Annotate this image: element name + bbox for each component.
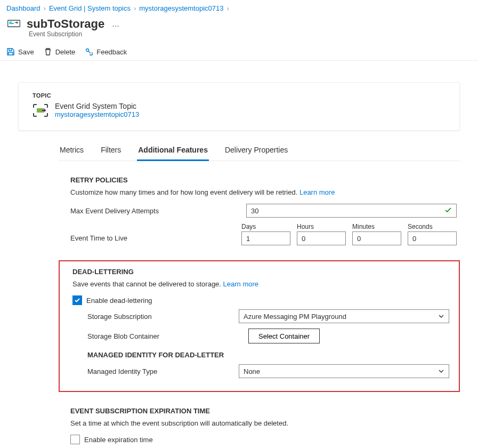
title-block: subToStorage <box>27 17 104 31</box>
ttl-label: Event Time to Live <box>70 234 241 245</box>
expiration-section: EVENT SUBSCRIPTION EXPIRATION TIME Set a… <box>59 407 460 444</box>
managed-identity-label: Managed Identity Type <box>87 367 239 375</box>
topic-icon <box>33 103 48 117</box>
breadcrumb-link-dashboard[interactable]: Dashboard <box>6 4 40 12</box>
ttl-seconds-label: Seconds <box>408 223 457 230</box>
tab-metrics[interactable]: Metrics <box>59 140 85 161</box>
ttl-days-input[interactable] <box>241 231 290 245</box>
max-attempts-label: Max Event Delivery Attempts <box>70 207 246 215</box>
feedback-label: Feedback <box>96 48 127 56</box>
check-icon <box>444 206 452 214</box>
chevron-down-icon <box>438 368 444 374</box>
breadcrumb-link-topic[interactable]: mystoragesystemtopic0713 <box>139 4 223 12</box>
chevron-right-icon: › <box>134 4 136 12</box>
tab-additional-features[interactable]: Additional Features <box>137 140 209 161</box>
toolbar: Save Delete Feedback <box>0 43 478 61</box>
ttl-seconds-input[interactable] <box>408 231 457 245</box>
topic-title: Event Grid System Topic <box>55 102 139 110</box>
managed-identity-heading: MANAGED IDENTITY FOR DEAD-LETTER <box>87 351 449 359</box>
retry-section: RETRY POLICIES Customize how many times … <box>59 176 460 245</box>
delete-icon <box>44 47 52 56</box>
chevron-down-icon <box>438 313 444 319</box>
storage-sub-select[interactable]: Azure Messaging PM Playground <box>239 309 449 323</box>
select-container-button[interactable]: Select Container <box>248 329 320 343</box>
delete-button[interactable]: Delete <box>44 47 76 56</box>
ttl-minutes-label: Minutes <box>352 223 401 230</box>
ttl-hours-input[interactable] <box>297 231 346 245</box>
dead-letter-heading: DEAD-LETTERING <box>72 268 449 276</box>
breadcrumb: Dashboard › Event Grid | System topics ›… <box>0 0 478 14</box>
dead-letter-desc: Save events that cannot be delivered to … <box>72 280 449 288</box>
topic-label: TOPIC <box>33 92 445 99</box>
retry-desc: Customize how many times and for how lon… <box>70 188 460 196</box>
enable-expiration-checkbox[interactable] <box>70 435 80 444</box>
save-button[interactable]: Save <box>6 47 34 56</box>
more-menu-button[interactable]: ... <box>110 19 121 29</box>
topic-card: TOPIC Event Grid System Topic mystorages… <box>18 82 460 131</box>
enable-dead-letter-label: Enable dead-lettering <box>86 297 152 305</box>
feedback-icon <box>85 47 93 56</box>
page-subtitle: Event Subscription <box>0 30 478 38</box>
managed-identity-select[interactable]: None <box>239 364 449 378</box>
expiration-heading: EVENT SUBSCRIPTION EXPIRATION TIME <box>70 407 460 415</box>
check-icon <box>74 297 80 303</box>
expiration-desc: Set a time at which the event subscripti… <box>70 419 460 427</box>
page-title-row: subToStorage ... <box>0 14 478 31</box>
save-label: Save <box>18 48 34 56</box>
chevron-right-icon: › <box>44 4 46 12</box>
storage-container-label: Storage Blob Container <box>87 332 248 340</box>
tabs: Metrics Filters Additional Features Deli… <box>59 140 460 161</box>
breadcrumb-link-systemtopics[interactable]: Event Grid | System topics <box>49 4 131 12</box>
ttl-hours-label: Hours <box>297 223 346 230</box>
dead-letter-learn-more-link[interactable]: Learn more <box>223 280 258 288</box>
storage-sub-label: Storage Subscription <box>87 313 239 321</box>
chevron-right-icon: › <box>226 4 229 12</box>
enable-expiration-label: Enable expiration time <box>84 436 153 444</box>
retry-heading: RETRY POLICIES <box>70 176 460 184</box>
svg-point-1 <box>86 49 89 52</box>
max-attempts-input[interactable] <box>246 204 457 218</box>
ttl-days-label: Days <box>241 223 290 230</box>
topic-link[interactable]: mystoragesystemtopic0713 <box>55 110 139 118</box>
enable-dead-letter-checkbox[interactable] <box>72 295 82 305</box>
event-subscription-icon <box>6 17 21 31</box>
delete-label: Delete <box>55 48 76 56</box>
ttl-minutes-input[interactable] <box>352 231 401 245</box>
dead-letter-section: DEAD-LETTERING Save events that cannot b… <box>69 268 449 378</box>
page-title: subToStorage <box>27 17 104 31</box>
tab-delivery-properties[interactable]: Delivery Properties <box>224 140 289 161</box>
retry-learn-more-link[interactable]: Learn more <box>299 188 335 196</box>
dead-letter-highlight: DEAD-LETTERING Save events that cannot b… <box>59 260 460 392</box>
feedback-button[interactable]: Feedback <box>85 47 127 56</box>
tab-filters[interactable]: Filters <box>100 140 122 161</box>
save-icon <box>6 47 15 56</box>
